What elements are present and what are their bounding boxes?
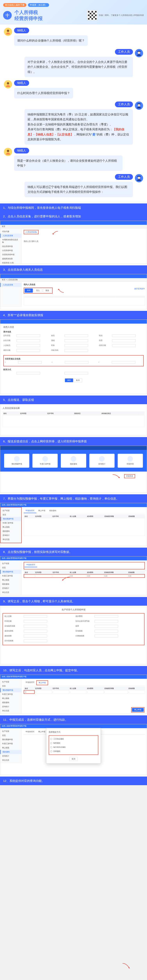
submit-declare-button[interactable]: 网上申报 [132,708,144,712]
form-input[interactable] [24,630,47,633]
payment-option[interactable]: 三方协议缴款 [50,737,97,741]
sidebar-item[interactable]: 查询统计 [1,533,21,538]
form-input[interactable] [18,361,42,364]
cancel-button[interactable]: 取消 [74,378,82,382]
sidebar-item[interactable]: 生产经营 [0,729,22,733]
sidebar-item[interactable]: 网上报税 [0,697,22,700]
sidebar-item[interactable]: 生产经营 [0,680,22,684]
sidebar-item[interactable]: 税款缴纳 [1,529,21,533]
form-input[interactable] [95,625,118,628]
add-button[interactable]: 添加 [25,288,33,293]
sidebar-item[interactable]: 年度汇算申报 [0,574,22,578]
col-header: 证件号码 [52,571,69,574]
form-input[interactable] [65,339,88,342]
form-input[interactable] [95,630,118,633]
sidebar-item[interactable]: 单位信息 [0,709,22,713]
sidebar-item[interactable]: 首页 [1,513,21,517]
cancel-button[interactable]: 取消 [69,757,78,761]
nav-card[interactable]: 年度汇算申报 [32,454,58,468]
nav-card[interactable]: 经营所得 [118,454,143,468]
sidebar-item[interactable]: 预扣预缴申报 [0,570,22,574]
link-business-income[interactable]: 经营所得 [124,474,135,478]
form-input[interactable] [24,640,47,642]
tab-item[interactable]: 申报表填写 [24,730,36,734]
tab-item[interactable]: 申报表填写 [24,563,37,567]
sidebar-item[interactable]: 生产经营 [0,562,22,566]
sidebar-item[interactable]: 综合所得申报 [0,244,22,248]
tab-item[interactable]: 申报表填写 [24,680,36,685]
send-button[interactable]: 报送 [43,288,52,293]
import-button[interactable]: 导入 [34,288,42,293]
sidebar-item[interactable]: 预扣预缴申报 [0,738,22,742]
payment-option[interactable]: 银行端凭证缴款 [50,745,97,749]
qr-code[interactable] [87,10,97,21]
sidebar-item[interactable]: 网上报税 [0,578,22,582]
form-input[interactable] [17,334,40,337]
sidebar-item[interactable]: 预扣预缴申报 [0,688,22,692]
form-input[interactable] [112,361,135,364]
nav-card[interactable]: 查询统计 [89,454,115,468]
sidebar-item[interactable]: 年度汇算申报 [0,742,22,746]
tab-item[interactable]: 网上申报 [36,509,47,513]
form-input[interactable] [17,349,40,352]
form-input[interactable] [65,372,88,375]
form-input[interactable] [95,635,118,637]
form-input[interactable] [24,615,47,618]
form-input[interactable] [65,361,89,364]
payment-option[interactable]: 银联缴款 [50,741,97,745]
sidebar-item[interactable]: 减免附加扣除 [0,257,22,261]
sidebar-item[interactable]: 经营所得 (A类) [0,261,22,264]
sidebar-item[interactable]: 代扣代缴 [0,229,22,234]
form-input[interactable] [95,615,118,618]
tab-item[interactable]: 申报表填写 [24,509,36,513]
payment-option[interactable]: 扫码缴款 [50,749,97,753]
link-personnel-collect[interactable]: 人员信息采集 [24,230,38,234]
sidebar-item[interactable]: 网上报税 [0,746,22,750]
nav-card[interactable]: 税款缴纳 [61,454,86,468]
form-input[interactable] [112,344,136,347]
sidebar-item[interactable]: 查询统计 [0,754,22,758]
form-input[interactable] [17,344,40,347]
form-input[interactable] [65,344,88,347]
form-input[interactable] [112,339,136,342]
form-input[interactable] [95,620,118,623]
form-input[interactable] [65,334,88,337]
expand-search[interactable]: 展开查询条件 [134,288,145,290]
sidebar-item[interactable]: 年度汇算申报 [0,692,22,697]
form-input[interactable] [24,625,47,628]
sidebar-item[interactable]: 单位信息 [0,590,22,595]
form-input[interactable] [112,334,136,337]
form-input[interactable] [17,372,40,375]
sidebar-item[interactable]: 税款缴纳 [0,582,22,586]
sidebar-item[interactable]: 人员信息采集 [0,283,22,287]
tab-item[interactable]: 网上申报 [36,680,48,685]
sidebar-item[interactable]: 专项附加扣除信息采集 [0,238,22,244]
staff-avatar [135,102,143,110]
form-input[interactable] [17,339,40,342]
sidebar-item[interactable]: 首页 [0,684,22,688]
sidebar-item[interactable]: 生产经营 [1,509,21,513]
sidebar-item[interactable]: 首页 [0,733,22,738]
form-input[interactable] [24,635,47,637]
save-button[interactable]: 保存 [65,379,73,382]
tab-item[interactable]: 网上申报 [36,730,47,734]
nav-card[interactable]: 预扣预缴申报 [4,454,29,468]
sidebar-item[interactable]: 查询统计 [0,586,22,590]
form-input[interactable] [24,620,47,623]
sidebar-item[interactable]: 预扣预缴申报 [1,517,21,521]
sidebar-item[interactable]: 年度汇算申报 [1,521,21,525]
sidebar-item[interactable]: 单位信息 [0,758,22,762]
form-input[interactable] [65,349,88,352]
sidebar-item[interactable]: 税款缴纳 [0,750,22,754]
sidebar-item[interactable]: 人员信息采集 [0,234,22,238]
shot-titlebar: 自然人税收管理系统申报客户端 [0,557,147,560]
sidebar-item[interactable]: 非居民所得申报 [0,253,22,257]
sidebar-item[interactable]: 单位信息 [1,538,21,541]
sidebar-item[interactable]: 网上报税 [1,525,21,529]
shot-nav-home[interactable]: 首页 [2,225,5,228]
sidebar-item[interactable]: 分类所得申报 [0,248,22,253]
sidebar-item[interactable]: 查询统计 [0,705,22,709]
sidebar-item[interactable]: 税款缴纳 [0,700,22,705]
tab-item[interactable]: 税款缴纳 [47,509,58,513]
sidebar-item[interactable]: 首页 [0,566,22,570]
